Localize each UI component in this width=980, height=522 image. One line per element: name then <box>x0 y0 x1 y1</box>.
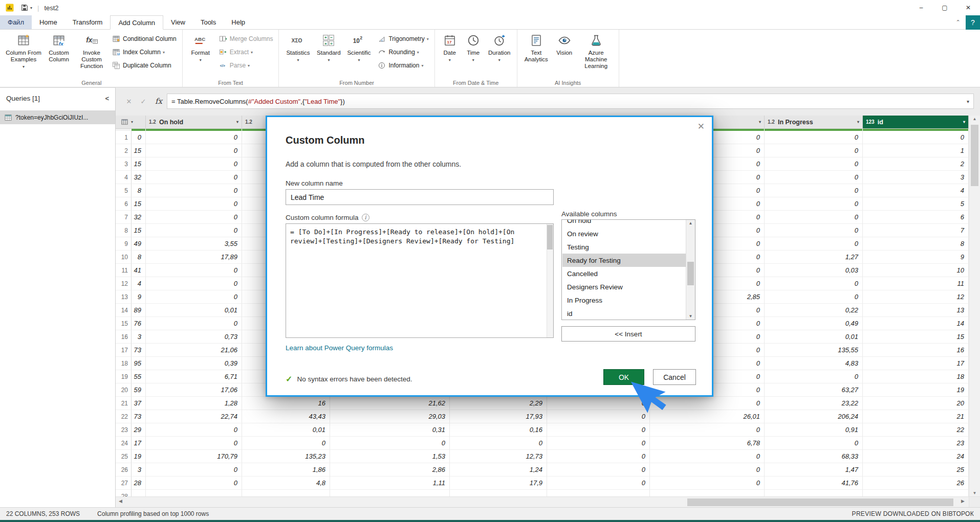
cell-in_progress[interactable]: 135,55 <box>765 344 863 357</box>
cell-partial[interactable]: 49 <box>132 237 146 251</box>
cell-in_progress[interactable]: 0 <box>765 131 863 144</box>
cell-id[interactable]: 24 <box>863 450 969 463</box>
cell-col4[interactable]: 0 <box>242 437 330 450</box>
extract-button[interactable]: Extract▾ <box>216 46 276 59</box>
cell-in_progress[interactable]: 1,27 <box>765 251 863 264</box>
horizontal-scrollbar-thumb[interactable] <box>687 498 953 506</box>
cell-in_progress[interactable]: 0 <box>765 144 863 157</box>
filter-caret-icon[interactable]: ▾ <box>961 120 965 124</box>
cell-on_hold[interactable]: 3,55 <box>146 237 242 251</box>
row-number[interactable]: 12 <box>116 277 132 290</box>
column-header-in-progress[interactable]: 1.2In Progress▾ <box>765 116 863 129</box>
cell-partial[interactable]: 0 <box>132 131 146 144</box>
cell-on_hold[interactable] <box>146 490 242 496</box>
cell-on_hold[interactable]: 0 <box>146 224 242 237</box>
cell-in_progress[interactable]: 0,91 <box>765 423 863 437</box>
cell-in_progress[interactable] <box>765 490 863 496</box>
cell-partial[interactable]: 9 <box>132 290 146 304</box>
scroll-up-icon[interactable]: ▲ <box>969 117 980 121</box>
row-number[interactable]: 2 <box>116 144 132 157</box>
row-number[interactable]: 16 <box>116 330 132 344</box>
cell-in_progress[interactable]: 0,49 <box>765 317 863 330</box>
new-column-name-input[interactable] <box>286 189 554 205</box>
cell-id[interactable]: 5 <box>863 197 969 211</box>
row-number[interactable]: 7 <box>116 211 132 224</box>
horizontal-scrollbar[interactable]: ◀ ▶ <box>116 496 969 507</box>
row-number[interactable]: 11 <box>116 264 132 277</box>
cell-id[interactable]: 12 <box>863 290 969 304</box>
cell-id[interactable]: 4 <box>863 184 969 197</box>
cell-partial[interactable]: 32 <box>132 171 146 184</box>
custom-column-button[interactable]: fxCustom Column <box>43 31 75 78</box>
cell-in_progress[interactable]: 0 <box>765 171 863 184</box>
cell-on_hold[interactable]: 0 <box>146 144 242 157</box>
cell-id[interactable]: 17 <box>863 357 969 370</box>
cell-in_progress[interactable]: 1,47 <box>765 463 863 476</box>
available-column-item[interactable]: In Progress <box>562 293 686 307</box>
query-list-item[interactable]: ?token=eyJhbGciOiJIUzI... <box>0 110 115 124</box>
index-column-button[interactable]: 12Index Column▾ <box>110 46 179 59</box>
row-number[interactable]: 25 <box>116 450 132 463</box>
cell-id[interactable]: 1 <box>863 144 969 157</box>
tab-tools[interactable]: Tools <box>193 15 224 29</box>
cell-partial[interactable]: 15 <box>132 157 146 171</box>
cell-on_hold[interactable]: 0 <box>146 197 242 211</box>
listbox-scroll-up-icon[interactable]: ▲ <box>686 221 695 225</box>
cell-partial[interactable]: 29 <box>132 423 146 437</box>
cell-col6[interactable]: 1,24 <box>450 463 547 476</box>
column-header-on-hold[interactable]: 1.2On hold▾ <box>146 116 242 129</box>
merge-columns-button[interactable]: Merge Columns <box>216 32 276 46</box>
tab-view[interactable]: View <box>163 15 193 29</box>
row-number[interactable]: 15 <box>116 317 132 330</box>
fx-icon[interactable]: fx <box>150 97 167 106</box>
cell-partial[interactable]: 15 <box>132 224 146 237</box>
cell-partial[interactable] <box>132 490 146 496</box>
cell-col4[interactable]: 43,43 <box>242 410 330 423</box>
formula-editor-scrollbar-thumb[interactable] <box>547 225 553 249</box>
select-all-button[interactable]: ▾ <box>116 116 146 129</box>
cell-on_hold[interactable]: 0 <box>146 171 242 184</box>
cell-on_hold[interactable]: 0,39 <box>146 357 242 370</box>
cell-in_progress[interactable]: 0 <box>765 237 863 251</box>
cell-partial[interactable]: 95 <box>132 357 146 370</box>
trigonometry-button[interactable]: Trigonometry▾ <box>375 32 431 46</box>
cell-in_progress[interactable]: 0 <box>765 290 863 304</box>
row-number[interactable]: 3 <box>116 157 132 171</box>
cell-col6[interactable] <box>450 490 547 496</box>
collapse-pane-icon[interactable]: < <box>105 95 109 102</box>
row-number[interactable]: 1 <box>116 131 132 144</box>
cell-col5[interactable]: 21,62 <box>330 397 450 410</box>
duration-button[interactable]: Duration▾ <box>485 31 514 78</box>
cell-in_progress[interactable]: 0 <box>765 184 863 197</box>
row-number[interactable]: 21 <box>116 397 132 410</box>
cell-on_hold[interactable]: 17,89 <box>146 251 242 264</box>
cell-partial[interactable]: 4 <box>132 277 146 290</box>
cell-col5[interactable]: 0 <box>330 437 450 450</box>
cell-in_progress[interactable]: 0,01 <box>765 330 863 344</box>
cell-in_progress[interactable]: 68,33 <box>765 450 863 463</box>
cell-partial[interactable]: 89 <box>132 304 146 317</box>
cell-col5[interactable] <box>330 490 450 496</box>
date-button[interactable]: 17Date▾ <box>438 31 462 78</box>
cell-id[interactable]: 14 <box>863 317 969 330</box>
cell-col6[interactable]: 12,73 <box>450 450 547 463</box>
cell-on_hold[interactable]: 0 <box>146 423 242 437</box>
duplicate-column-button[interactable]: Duplicate Column <box>110 59 179 72</box>
row-number[interactable]: 14 <box>116 304 132 317</box>
invoke-custom-function-button[interactable]: fxInvoke Custom Function <box>75 31 108 78</box>
learn-formulas-link[interactable]: Learn about Power Query formulas <box>286 344 393 352</box>
formula-editor-scrollbar[interactable] <box>547 224 553 337</box>
tab-home[interactable]: Home <box>32 15 65 29</box>
available-column-item[interactable]: On review <box>562 227 686 240</box>
cell-partial[interactable]: 8 <box>132 184 146 197</box>
conditional-column-button[interactable]: Conditional Column <box>110 32 179 46</box>
cell-in_progress[interactable]: 41,76 <box>765 476 863 490</box>
help-button[interactable]: ? <box>966 15 980 30</box>
cell-in_progress[interactable]: 4,83 <box>765 357 863 370</box>
format-button[interactable]: ABCFormat▾ <box>186 31 215 78</box>
formula-check-icon[interactable]: ✓ <box>136 98 150 105</box>
cell-id[interactable]: 3 <box>863 171 969 184</box>
row-number[interactable]: 20 <box>116 383 132 397</box>
available-column-item[interactable]: Designers Review <box>562 280 686 293</box>
cell-col4[interactable]: 4,8 <box>242 476 330 490</box>
